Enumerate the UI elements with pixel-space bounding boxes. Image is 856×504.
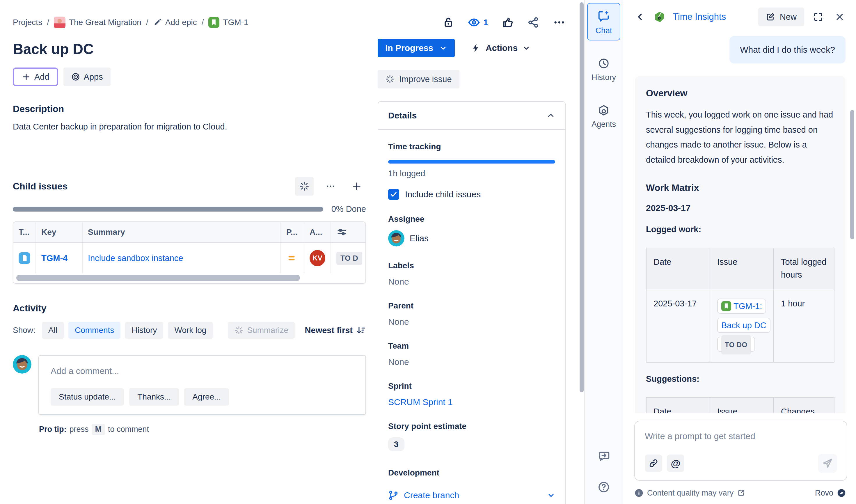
expand-icon[interactable]	[810, 9, 826, 24]
overview-text: This week, you logged work on one issue …	[646, 107, 835, 167]
story-points-value[interactable]: 3	[388, 437, 405, 451]
watchers-control[interactable]: 1	[467, 16, 488, 29]
suggestions-col-issue: Issue	[710, 397, 774, 413]
unlock-icon[interactable]	[443, 17, 454, 28]
share-icon[interactable]	[527, 16, 539, 29]
sprint-value[interactable]: SCRUM Sprint 1	[388, 397, 555, 407]
include-child-issues-control[interactable]: Include child issues	[388, 189, 555, 200]
help-icon[interactable]	[598, 481, 610, 493]
apps-button[interactable]: Apps	[64, 68, 110, 86]
info-icon	[634, 488, 644, 498]
quick-reply-agree[interactable]: Agree...	[184, 388, 229, 406]
assignee-label: Assignee	[388, 214, 555, 224]
child-issue-key[interactable]: TGM-4	[41, 253, 68, 263]
suggestions-col-date: Date	[646, 397, 710, 413]
col-settings[interactable]	[331, 222, 365, 242]
child-issues-more-button[interactable]	[321, 177, 340, 196]
breadcrumb-issue[interactable]: TGM-1	[208, 17, 248, 28]
create-branch-control[interactable]: Create branch	[388, 490, 555, 501]
chevron-down-icon	[522, 44, 531, 52]
sort-icon	[356, 325, 366, 335]
child-issue-assignee-avatar[interactable]: KV	[309, 250, 325, 266]
child-issues-header: Child issues	[13, 177, 366, 196]
description-text[interactable]: Data Center backup in preparation for mi…	[13, 122, 366, 131]
pro-tip: Pro tip: press M to comment	[39, 424, 366, 435]
feedback-icon[interactable]	[598, 449, 610, 462]
content-quality-link[interactable]: Content quality may vary	[634, 488, 745, 498]
child-issue-status-badge[interactable]: TO D	[336, 252, 362, 265]
team-value[interactable]: None	[388, 357, 555, 367]
col-type[interactable]: T...	[13, 222, 36, 242]
col-key[interactable]: Key	[36, 222, 83, 242]
time-logged-value: 1h logged	[388, 169, 555, 178]
panel-scrollbar-thumb[interactable]	[850, 110, 854, 239]
chevron-up-icon[interactable]	[547, 111, 555, 120]
priority-medium-icon[interactable]	[281, 243, 304, 273]
lightning-icon	[471, 43, 481, 53]
prompt-input[interactable]: Write a prompt to get started @	[634, 421, 847, 481]
child-issues-add-button[interactable]	[347, 177, 366, 196]
actions-dropdown[interactable]: Actions	[471, 43, 531, 53]
child-issues-ai-button[interactable]	[295, 177, 314, 196]
issue-link-chip-tgm1[interactable]: TGM-1: Back up DCTO DO	[717, 299, 770, 352]
issue-title[interactable]: Back up DC	[13, 41, 366, 58]
time-tracking-field: Time tracking 1h logged Include child is…	[388, 142, 555, 200]
panel-title[interactable]: Time Insights	[673, 12, 726, 22]
logged-work-row: 2025-03-17 TGM-1: Back up DCTO DO 1 hour	[646, 289, 834, 362]
breadcrumb-add-epic-label: Add epic	[165, 18, 197, 27]
quick-reply-status-update[interactable]: Status update...	[51, 388, 124, 406]
send-icon[interactable]	[818, 454, 837, 472]
breadcrumb: Projects / The Great Migration / Add epi…	[13, 17, 249, 28]
rail-item-chat[interactable]: Chat	[587, 3, 620, 40]
comment-input[interactable]: Add a comment... Status update... Thanks…	[38, 355, 366, 415]
breadcrumb-add-epic[interactable]: Add epic	[153, 18, 197, 27]
logged-work-table: Date Issue Total logged hours 2025-03-17…	[646, 248, 835, 363]
breadcrumb-project[interactable]: The Great Migration	[54, 17, 141, 28]
details-panel: Details Time tracking 1h logged	[378, 101, 566, 504]
pro-tip-suffix: to comment	[108, 425, 149, 434]
rail-item-agents[interactable]: Agents	[587, 98, 620, 134]
parent-value[interactable]: None	[388, 317, 555, 327]
col-priority[interactable]: P...	[281, 222, 304, 242]
assignee-value[interactable]: Elias	[388, 230, 555, 247]
suggestions-label: Suggestions:	[646, 374, 835, 384]
main-scrollbar-thumb[interactable]	[579, 2, 584, 392]
development-label: Development	[388, 467, 426, 479]
child-issue-summary[interactable]: Include sandbox instance	[88, 253, 183, 263]
content-quality-label: Content quality may vary	[647, 489, 733, 498]
rovo-rail: Chat History Agents	[585, 0, 623, 504]
close-icon[interactable]	[832, 9, 847, 24]
eye-icon	[467, 16, 480, 29]
filter-history[interactable]: History	[125, 322, 163, 339]
back-icon[interactable]	[633, 10, 647, 24]
child-issues-table-header: T... Key Summary P... A...	[13, 222, 365, 243]
col-assignee[interactable]: A...	[304, 222, 331, 242]
child-issue-row[interactable]: TGM-4 Include sandbox instance KV TO D	[13, 243, 365, 273]
branch-icon	[388, 490, 398, 501]
filter-all[interactable]: All	[42, 322, 64, 339]
attach-link-icon[interactable]	[645, 454, 662, 472]
time-tracking-bar[interactable]	[388, 160, 555, 164]
new-chat-button[interactable]: New	[758, 7, 804, 26]
col-summary[interactable]: Summary	[83, 222, 281, 242]
chevron-down-icon	[547, 491, 555, 499]
activity-filters: Show: All Comments History Work log Summ…	[13, 322, 366, 339]
status-dropdown[interactable]: In Progress	[378, 39, 455, 57]
table-hscrollbar-thumb[interactable]	[16, 275, 300, 281]
summarize-button[interactable]: Summarize	[228, 322, 295, 339]
breadcrumb-projects[interactable]: Projects	[13, 18, 42, 27]
filter-comments[interactable]: Comments	[68, 322, 121, 339]
sort-control[interactable]: Newest first	[305, 325, 366, 335]
rail-item-history[interactable]: History	[587, 51, 620, 87]
checkbox-checked-icon[interactable]	[388, 189, 399, 200]
add-button[interactable]: Add	[13, 68, 58, 86]
like-icon[interactable]	[502, 16, 514, 29]
filter-worklog[interactable]: Work log	[168, 322, 213, 339]
quick-reply-thanks[interactable]: Thanks...	[129, 388, 179, 406]
improve-issue-button[interactable]: Improve issue	[378, 70, 460, 88]
labels-value[interactable]: None	[388, 277, 555, 287]
summarize-label: Summarize	[247, 326, 288, 335]
more-icon[interactable]	[553, 16, 566, 29]
mention-icon[interactable]: @	[667, 454, 684, 472]
chat-sparkle-icon	[597, 9, 610, 23]
